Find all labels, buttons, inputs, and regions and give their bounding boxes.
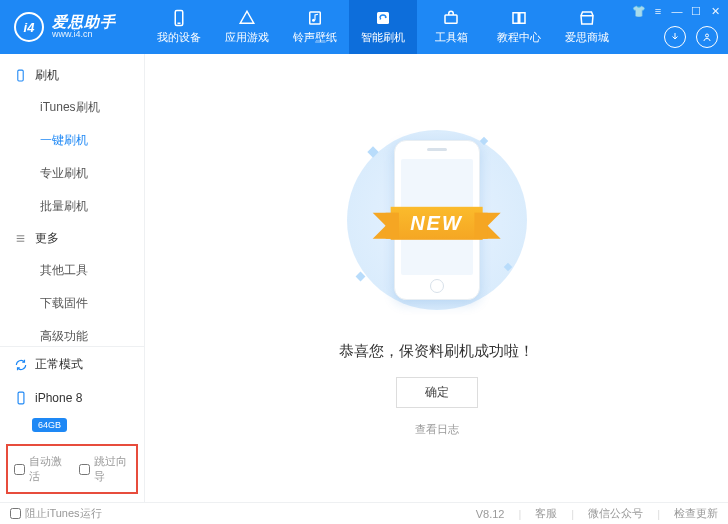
ok-button[interactable]: 确定 bbox=[396, 377, 478, 408]
footer: 阻止iTunes运行 V8.12 | 客服 | 微信公众号 | 检查更新 bbox=[0, 502, 728, 524]
main-content: NEW 恭喜您，保资料刷机成功啦！ 确定 查看日志 bbox=[145, 54, 728, 502]
sidebar-group-flash[interactable]: 刷机 bbox=[0, 60, 144, 91]
nav-label: 应用游戏 bbox=[225, 30, 269, 45]
logo-icon: i4 bbox=[14, 12, 44, 42]
skin-icon[interactable]: 👕 bbox=[632, 4, 646, 18]
nav-flash[interactable]: 智能刷机 bbox=[349, 0, 417, 54]
menu-icon bbox=[14, 232, 27, 245]
sidebar: 刷机 iTunes刷机 一键刷机 专业刷机 批量刷机 更多 其他工具 下载固件 … bbox=[0, 54, 145, 502]
svg-rect-7 bbox=[18, 70, 23, 81]
svg-rect-11 bbox=[18, 392, 24, 404]
logo[interactable]: i4 爱思助手 www.i4.cn bbox=[0, 12, 145, 42]
download-icon[interactable] bbox=[664, 26, 686, 48]
window-controls: 👕 ≡ — ☐ ✕ bbox=[632, 4, 722, 18]
shop-icon bbox=[578, 9, 596, 27]
nav-label: 工具箱 bbox=[435, 30, 468, 45]
phone-icon bbox=[170, 9, 188, 27]
device-info[interactable]: iPhone 8 bbox=[0, 382, 144, 414]
highlighted-checks: 自动激活 跳过向导 bbox=[6, 444, 138, 494]
support-link[interactable]: 客服 bbox=[535, 506, 557, 521]
svg-rect-4 bbox=[377, 12, 389, 24]
sidebar-item-batch[interactable]: 批量刷机 bbox=[0, 190, 144, 223]
footer-left: 阻止iTunes运行 bbox=[10, 506, 102, 521]
storage-badge: 64GB bbox=[32, 418, 67, 432]
status-label: 正常模式 bbox=[35, 356, 83, 373]
sidebar-bottom: 正常模式 iPhone 8 64GB 自动激活 跳过向导 bbox=[0, 346, 144, 502]
phone-icon bbox=[14, 69, 27, 82]
skip-guide-check[interactable]: 跳过向导 bbox=[79, 454, 130, 484]
phone-icon bbox=[14, 391, 28, 405]
sidebar-item-other[interactable]: 其他工具 bbox=[0, 254, 144, 287]
nav-label: 爱思商城 bbox=[565, 30, 609, 45]
menu-icon[interactable]: ≡ bbox=[651, 4, 665, 18]
header: i4 爱思助手 www.i4.cn 我的设备 应用游戏 铃声壁纸 智能刷机 工具… bbox=[0, 0, 728, 54]
user-icon[interactable] bbox=[696, 26, 718, 48]
nav-toolbox[interactable]: 工具箱 bbox=[417, 0, 485, 54]
close-icon[interactable]: ✕ bbox=[708, 4, 722, 18]
logo-sub: www.i4.cn bbox=[52, 30, 116, 40]
update-link[interactable]: 检查更新 bbox=[674, 506, 718, 521]
nav-mall[interactable]: 爱思商城 bbox=[553, 0, 621, 54]
auto-activate-check[interactable]: 自动激活 bbox=[14, 454, 65, 484]
separator: | bbox=[657, 508, 660, 520]
sidebar-group-title: 更多 bbox=[35, 230, 59, 247]
device-status[interactable]: 正常模式 bbox=[0, 347, 144, 382]
flash-icon bbox=[374, 9, 392, 27]
footer-right: V8.12 | 客服 | 微信公众号 | 检查更新 bbox=[476, 506, 718, 521]
nav-apps[interactable]: 应用游戏 bbox=[213, 0, 281, 54]
nav-label: 铃声壁纸 bbox=[293, 30, 337, 45]
music-icon bbox=[306, 9, 324, 27]
separator: | bbox=[571, 508, 574, 520]
device-name: iPhone 8 bbox=[35, 391, 82, 405]
view-log-link[interactable]: 查看日志 bbox=[415, 422, 459, 437]
toolbox-icon bbox=[442, 9, 460, 27]
sidebar-group-more[interactable]: 更多 bbox=[0, 223, 144, 254]
success-illustration: NEW bbox=[327, 120, 547, 320]
nav-device[interactable]: 我的设备 bbox=[145, 0, 213, 54]
svg-rect-5 bbox=[445, 15, 457, 23]
nav: 我的设备 应用游戏 铃声壁纸 智能刷机 工具箱 教程中心 爱思商城 bbox=[145, 0, 621, 54]
block-itunes-check[interactable]: 阻止iTunes运行 bbox=[10, 506, 102, 521]
sidebar-item-oneclick[interactable]: 一键刷机 bbox=[0, 124, 144, 157]
sidebar-group-title: 刷机 bbox=[35, 67, 59, 84]
logo-main: 爱思助手 bbox=[52, 14, 116, 31]
sidebar-item-advanced[interactable]: 高级功能 bbox=[0, 320, 144, 346]
sidebar-item-itunes[interactable]: iTunes刷机 bbox=[0, 91, 144, 124]
check-label: 跳过向导 bbox=[94, 454, 130, 484]
sidebar-item-pro[interactable]: 专业刷机 bbox=[0, 157, 144, 190]
logo-text: 爱思助手 www.i4.cn bbox=[52, 14, 116, 40]
separator: | bbox=[518, 508, 521, 520]
nav-tutorial[interactable]: 教程中心 bbox=[485, 0, 553, 54]
apps-icon bbox=[238, 9, 256, 27]
check-label: 自动激活 bbox=[29, 454, 65, 484]
book-icon bbox=[510, 9, 528, 27]
nav-label: 我的设备 bbox=[157, 30, 201, 45]
minimize-icon[interactable]: — bbox=[670, 4, 684, 18]
body: 刷机 iTunes刷机 一键刷机 专业刷机 批量刷机 更多 其他工具 下载固件 … bbox=[0, 54, 728, 502]
version-label: V8.12 bbox=[476, 508, 505, 520]
sidebar-item-download[interactable]: 下载固件 bbox=[0, 287, 144, 320]
ribbon-text: NEW bbox=[390, 206, 483, 239]
wechat-link[interactable]: 微信公众号 bbox=[588, 506, 643, 521]
nav-label: 教程中心 bbox=[497, 30, 541, 45]
svg-point-6 bbox=[706, 34, 709, 37]
success-message: 恭喜您，保资料刷机成功啦！ bbox=[339, 342, 534, 361]
maximize-icon[interactable]: ☐ bbox=[689, 4, 703, 18]
new-ribbon: NEW bbox=[390, 206, 483, 239]
check-label: 阻止iTunes运行 bbox=[25, 506, 102, 521]
header-right bbox=[664, 26, 718, 48]
nav-ring[interactable]: 铃声壁纸 bbox=[281, 0, 349, 54]
refresh-icon bbox=[14, 358, 28, 372]
nav-label: 智能刷机 bbox=[361, 30, 405, 45]
